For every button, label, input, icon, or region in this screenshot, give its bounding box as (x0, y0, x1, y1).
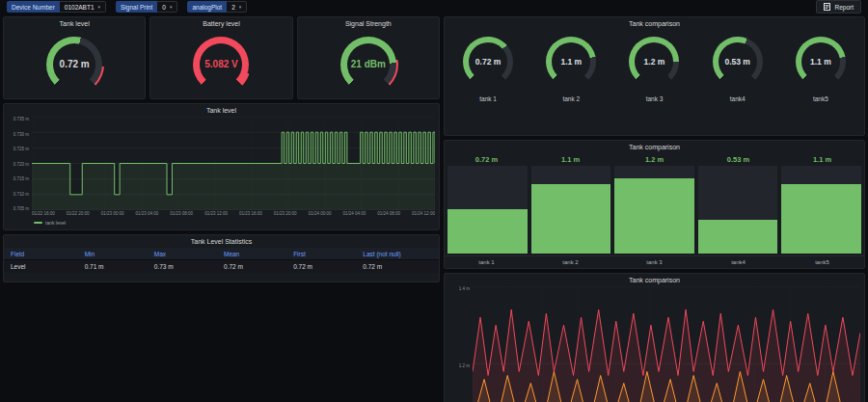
panel-title[interactable]: Tank Level Statistics (4, 235, 439, 248)
bar-values-row: 0.72 m 1.1 m 1.2 m 0.53 m 1.1 m (445, 153, 864, 165)
column-header[interactable]: First (286, 248, 356, 260)
tick-label: 01/22 16:00 (32, 211, 55, 218)
grafana-dashboard: Device Number 0102ABT1 ▾ Signal Print 0 … (0, 0, 868, 402)
column-header[interactable]: Field (4, 248, 78, 260)
panel-title[interactable]: Tank comparison (445, 274, 864, 286)
tick-label: 1.4 m (459, 286, 470, 291)
tank-level-chart[interactable] (32, 117, 435, 210)
y-axis-labels: 1.4 m1.2 m1 m0.8 m0.6 m0.4 m (447, 286, 473, 402)
tick-label: 01/22 20:00 (67, 211, 90, 218)
column-header[interactable]: Max (148, 248, 217, 260)
gauge-value: 21 dBm (340, 37, 396, 93)
dropdown-value: 2 (231, 4, 235, 11)
panel-title[interactable]: Tank comparison (445, 17, 864, 30)
device-number-dropdown[interactable]: 0102ABT1 ▾ (60, 1, 106, 13)
tank4-bar (698, 166, 778, 254)
bar-fill (614, 178, 694, 254)
gauge-wrap: 21 dBm (298, 30, 439, 98)
column-header[interactable]: Mean (217, 248, 286, 260)
chart-area: 0.735 m0.730 m0.725 m0.720 m0.715 m0.710… (4, 117, 439, 229)
table-cell: 0.72 m (217, 260, 286, 274)
tick-label: 0.715 m (14, 176, 29, 181)
tank-comparison-chart[interactable] (473, 286, 860, 402)
legend-item[interactable]: tank level (34, 220, 66, 226)
tank-level-gauge: 0.72 m (46, 37, 102, 93)
bar-label: tank 1 (445, 259, 529, 265)
tank4-gauge-cell: 0.53 m tank4 (696, 34, 779, 133)
analogplot-dropdown[interactable]: 2 ▾ (227, 1, 247, 13)
table-row: Level 0.71 m 0.73 m 0.72 m 0.72 m 0.72 m (4, 260, 439, 274)
variable-label: Signal Print (116, 1, 157, 13)
table-cell: 0.73 m (148, 260, 217, 274)
table-cell: 0.71 m (78, 260, 148, 274)
bar-fill (781, 184, 861, 254)
tick-label: 01/23 00:00 (101, 211, 124, 218)
bar-fill (698, 220, 778, 254)
bar-fill (448, 209, 528, 254)
battery-level-gauge: 5.082 V (193, 37, 249, 93)
panel-tank-comparison-bars: Tank comparison 0.72 m 1.1 m 1.2 m 0.53 … (444, 140, 865, 269)
tick-label: 0.710 m (14, 192, 29, 197)
signal-print-dropdown[interactable]: 0 ▾ (157, 1, 177, 13)
tank2-gauge: 1.1 m (546, 37, 596, 87)
tick-label: 0.705 m (14, 206, 29, 211)
gauge-label: tank 1 (479, 95, 497, 102)
statistics-table: Field Min Max Mean First Last (not null)… (4, 248, 439, 273)
gauge-value: 0.72 m (463, 37, 513, 87)
variable-label: analogPlot (187, 1, 227, 13)
panel-tank-comparison-timeseries: Tank comparison 1.4 m1.2 m1 m0.8 m0.6 m0… (444, 273, 865, 402)
tick-label: 01/23 20:00 (274, 211, 297, 218)
column-header[interactable]: Min (78, 248, 148, 260)
tick-label: 0.735 m (14, 117, 29, 121)
report-button[interactable]: Report (816, 0, 861, 13)
tick-label: 0.720 m (14, 162, 29, 167)
tank2-gauge-cell: 1.1 m tank 2 (529, 34, 612, 133)
bar-label: tank4 (696, 259, 780, 265)
panel-title[interactable]: Tank level (4, 104, 439, 117)
tank3-gauge-cell: 1.2 m tank 3 (612, 34, 695, 133)
report-icon (824, 3, 830, 11)
bar-label: tank 2 (529, 259, 612, 265)
gauge-value: 1.1 m (546, 37, 596, 87)
left-column: Tank level 0.72 m Battery level (3, 16, 440, 402)
panel-title[interactable]: Tank comparison (445, 141, 864, 153)
panel-battery-level-gauge: Battery level 5.082 V (149, 16, 292, 99)
panel-signal-strength-gauge: Signal Strength 21 dBm (297, 16, 440, 99)
table-header-row: Field Min Max Mean First Last (not null) (4, 248, 439, 260)
y-axis-labels: 0.735 m0.730 m0.725 m0.720 m0.715 m0.710… (6, 117, 32, 228)
bar-value: 1.1 m (780, 155, 864, 164)
tank4-gauge: 0.53 m (713, 37, 763, 87)
tick-label: 01/24 00:00 (309, 211, 332, 218)
panel-tank-level-gauge: Tank level 0.72 m (3, 16, 146, 99)
dashboard-grid: Tank level 0.72 m Battery level (0, 13, 868, 402)
gauge-value: 0.72 m (46, 37, 102, 93)
tick-label: 0.730 m (14, 132, 29, 137)
dropdown-value: 0102ABT1 (65, 4, 95, 11)
right-column: Tank comparison 0.72 m tank 1 1.1 m (444, 16, 865, 402)
signal-strength-gauge: 21 dBm (340, 37, 396, 93)
tank3-gauge: 1.2 m (629, 37, 679, 87)
panel-title[interactable]: Battery level (150, 17, 291, 30)
tick-label: 01/24 04:00 (342, 211, 366, 218)
panel-title[interactable]: Tank level (4, 17, 145, 30)
gauge-label: tank 2 (562, 95, 580, 102)
column-header[interactable]: Last (not null) (356, 248, 439, 260)
gauge-wrap: 5.082 V (150, 30, 291, 98)
gauge-value: 1.1 m (796, 37, 846, 87)
chevron-down-icon: ▾ (98, 4, 101, 10)
chevron-down-icon: ▾ (239, 4, 242, 10)
table-cell: Level (4, 260, 78, 274)
tank2-bar (531, 166, 611, 254)
gauge-value: 5.082 V (193, 37, 249, 93)
tick-label: 01/23 16:00 (239, 211, 262, 218)
tank5-gauge: 1.1 m (796, 37, 846, 87)
tick-label: 01/23 12:00 (204, 211, 228, 218)
panel-tank-level-statistics: Tank Level Statistics Field Min Max Mean… (3, 234, 440, 282)
variable-label: Device Number (7, 1, 60, 13)
tank5-gauge-cell: 1.1 m tank5 (779, 34, 862, 133)
plot-wrap: 01/22 16:0001/22 20:0001/23 00:0001/23 0… (32, 117, 435, 228)
panel-title[interactable]: Signal Strength (298, 17, 439, 30)
gauge-row: Tank level 0.72 m Battery level (3, 16, 440, 99)
bar-tracks (445, 165, 864, 254)
bar-label: tank 3 (612, 259, 696, 265)
